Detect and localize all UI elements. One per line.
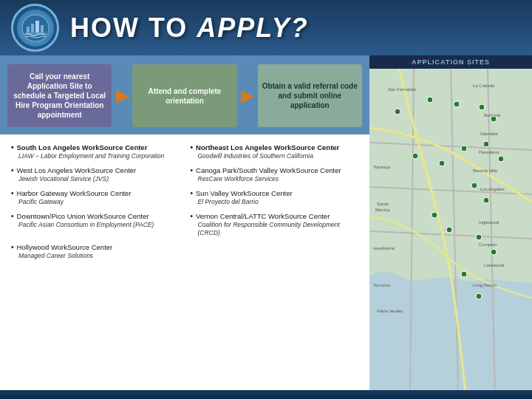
svg-point-33	[479, 104, 485, 110]
svg-point-45	[491, 249, 497, 255]
svg-point-30	[395, 109, 400, 115]
svg-point-36	[439, 160, 445, 166]
bullet-col-1d: • Downtown/Pico Union WorkSource Center …	[11, 212, 180, 237]
bullet-sub-canoga: ResCare Workforce Services	[198, 175, 359, 183]
bullet-dot-9: •	[11, 243, 14, 251]
bullet-dot-2: •	[191, 143, 194, 151]
bullet-col-1b: • West Los Angeles WorkSource Center Jew…	[11, 166, 180, 183]
steps-inner: Call your nearest Application Site to sc…	[7, 64, 362, 127]
svg-point-35	[412, 153, 418, 159]
svg-text:San Fernando: San Fernando	[388, 87, 417, 92]
bullet-sub-sun-valley: El Proyecto del Barrio	[198, 198, 359, 206]
bullet-col-2c: • Sun Valley WorkSource Center El Proyec…	[191, 189, 359, 206]
bullet-item-northeast-la: • Northeast Los Angeles WorkSource Cente…	[191, 143, 359, 151]
svg-text:Compton: Compton	[479, 242, 497, 247]
bullet-item-downtown: • Downtown/Pico Union WorkSource Center	[11, 212, 180, 220]
bullet-sub-downtown: Pacific Asian Consortium in Employment (…	[18, 221, 180, 229]
svg-point-32	[454, 101, 460, 107]
map-canvas: San Fernando La Cañada Burbank Glendale …	[369, 69, 532, 394]
bullet-col-2d: • Vernon Central/LATTC WorkSource Center…	[191, 212, 359, 237]
bullet-item-harbor: • Harbor Gateway WorkSource Center	[11, 189, 180, 197]
bullet-row-2: • West Los Angeles WorkSource Center Jew…	[11, 166, 358, 183]
bullet-row-5: • Hollywood WorkSource Center Managed Ca…	[11, 243, 358, 260]
svg-text:Hawthorne: Hawthorne	[373, 246, 395, 250]
logo	[11, 4, 59, 52]
map-area: APPLICATION SITES San Fernando La Cañada…	[369, 55, 532, 399]
svg-text:Pasadena: Pasadena	[479, 150, 499, 154]
bullet-col-2b: • Canoga Park/South Valley WorkSource Ce…	[191, 166, 359, 183]
svg-text:Glendale: Glendale	[480, 132, 499, 136]
svg-point-37	[461, 146, 467, 151]
map-title: APPLICATION SITES	[369, 55, 532, 69]
bullet-item-sun-valley: • Sun Valley WorkSource Center	[191, 189, 359, 197]
svg-point-39	[498, 156, 504, 162]
svg-text:Los Angeles: Los Angeles	[480, 187, 505, 191]
title-how: HOW TO	[70, 13, 197, 43]
svg-point-38	[483, 141, 489, 147]
svg-text:Long Beach: Long Beach	[473, 283, 497, 287]
bullet-item-west-la: • West Los Angeles WorkSource Center	[11, 166, 180, 174]
bullet-col-2e	[191, 243, 359, 260]
bullet-item-canoga: • Canoga Park/South Valley WorkSource Ce…	[191, 166, 359, 174]
bullet-sub-vernon: Coalition for Responsible Community Deve…	[198, 221, 359, 237]
bullet-dot-4: •	[191, 166, 194, 174]
bullet-col-1e: • Hollywood WorkSource Center Managed Ca…	[11, 243, 180, 260]
svg-rect-2	[31, 24, 34, 33]
svg-point-47	[476, 293, 482, 299]
bullet-dot-3: •	[11, 166, 14, 174]
map-svg: San Fernando La Cañada Burbank Glendale …	[369, 69, 532, 394]
bullet-row-1: • South Los Angeles WorkSource Center LI…	[11, 143, 358, 160]
svg-text:Monica: Monica	[375, 208, 390, 212]
logo-inner	[17, 10, 54, 47]
bullet-row-3: • Harbor Gateway WorkSource Center Pacif…	[11, 189, 358, 206]
bullet-sub-northeast-la: Goodwill Industries of Southern Californ…	[198, 152, 359, 160]
svg-text:La Cañada: La Cañada	[473, 83, 495, 88]
title-apply: APPLY?	[197, 13, 308, 43]
bullet-dot-7: •	[11, 212, 14, 220]
bullet-dot: •	[11, 143, 14, 151]
svg-text:Beverly Hills: Beverly Hills	[473, 168, 497, 173]
page-title: HOW TO APPLY?	[70, 13, 309, 44]
svg-point-31	[427, 97, 433, 103]
content-area: Call your nearest Application Site to sc…	[0, 55, 369, 399]
svg-text:Santa: Santa	[377, 202, 389, 206]
bullet-item-hollywood: • Hollywood WorkSource Center	[11, 243, 180, 251]
bullet-sub-west-la: Jewish Vocational Service (JVS)	[18, 175, 180, 183]
bullet-dot-5: •	[11, 189, 14, 197]
bullet-item-vernon: • Vernon Central/LATTC WorkSource Center	[191, 212, 359, 220]
bullet-row-4: • Downtown/Pico Union WorkSource Center …	[11, 212, 358, 237]
svg-point-42	[432, 212, 437, 218]
svg-point-44	[476, 234, 482, 240]
arrow-1: ▶	[112, 86, 132, 106]
step-1: Call your nearest Application Site to sc…	[7, 64, 112, 127]
svg-rect-4	[41, 25, 44, 33]
step-3: Obtain a valid referral code and submit …	[258, 64, 362, 127]
svg-text:Inglewood: Inglewood	[479, 220, 499, 225]
svg-rect-3	[35, 21, 39, 33]
svg-point-41	[483, 197, 489, 203]
svg-text:Topanga: Topanga	[373, 165, 391, 169]
svg-point-40	[471, 183, 477, 188]
svg-point-34	[491, 116, 497, 122]
bottom-bar	[0, 390, 532, 399]
svg-text:Torrance: Torrance	[373, 283, 391, 287]
bullet-dot-8: •	[191, 212, 194, 220]
logo-svg	[21, 13, 50, 43]
bullet-dot-6: •	[191, 189, 194, 197]
svg-point-43	[446, 227, 452, 233]
arrow-2: ▶	[237, 86, 258, 106]
step-2: Attend and complete orientation	[132, 64, 236, 127]
svg-rect-1	[27, 27, 30, 33]
svg-text:Palos Verdes: Palos Verdes	[377, 309, 403, 313]
bullet-col-2a: • Northeast Los Angeles WorkSource Cente…	[191, 143, 359, 160]
title-area: HOW TO APPLY?	[70, 13, 309, 44]
bullet-sub-south-la: LIAW – Labor Employment and Training Cor…	[18, 152, 180, 160]
bullet-col-1c: • Harbor Gateway WorkSource Center Pacif…	[11, 189, 180, 206]
svg-point-46	[461, 271, 467, 277]
bullet-col-1a: • South Los Angeles WorkSource Center LI…	[11, 143, 180, 160]
steps-container: Call your nearest Application Site to sc…	[0, 55, 369, 134]
bullet-sub-hollywood: Managed Career Solutions	[18, 252, 180, 260]
svg-text:Lakewood: Lakewood	[484, 263, 504, 267]
page-header: HOW TO APPLY?	[0, 0, 532, 55]
bullet-sub-harbor: Pacific Gateway	[18, 198, 180, 206]
